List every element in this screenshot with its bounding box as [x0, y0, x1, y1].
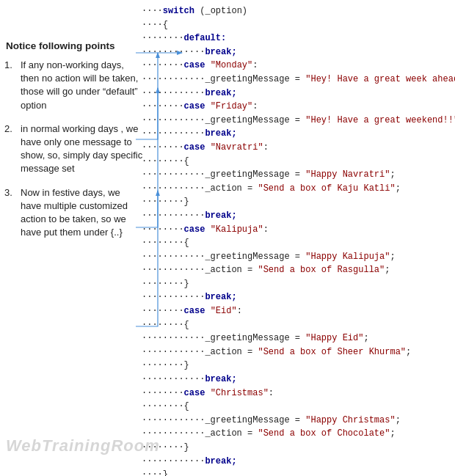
- main-container: ····switch (_option) ····{ ········defau…: [0, 0, 455, 476]
- code-line-kalipuja-open: ········{: [142, 236, 449, 250]
- code-line-eid-msg: ············_greetingMessage = "Happy Ei…: [142, 332, 449, 345]
- code-line-christmas-close: ········}: [142, 441, 449, 455]
- code-line-navratri-close: ········}: [142, 195, 449, 209]
- code-line-navratri: ········case "Navratri":: [142, 141, 449, 155]
- code-line-kalipuja: ········case "Kalipuja":: [142, 223, 449, 237]
- point-3: 3. Now in festive days, we have multiple…: [0, 186, 143, 240]
- point-1-text: If any non-working days, then no action …: [21, 59, 143, 112]
- code-line-navratri-break: ············break;: [142, 209, 449, 223]
- point-3-num: 3.: [4, 186, 21, 198]
- code-line-monday: ········case "Monday":: [142, 59, 449, 73]
- code-line-christmas-open: ········{: [142, 400, 449, 414]
- code-line-default-break: ············break;: [142, 45, 449, 59]
- code-line-eid-break: ············break;: [142, 373, 449, 387]
- code-line-navratri-msg: ············_greetingMessage = "Happy Na…: [142, 168, 449, 182]
- code-line-friday: ········case "Friday":: [142, 100, 449, 114]
- code-line-kalipuja-break: ············break;: [142, 290, 449, 304]
- code-line-switch: ····switch (_option): [142, 4, 449, 18]
- code-line-christmas: ········case "Christmas":: [142, 387, 449, 400]
- code-line-eid-open: ········{: [142, 318, 449, 332]
- code-line-default: ········default:: [142, 32, 449, 45]
- point-2-num: 2.: [4, 122, 21, 134]
- code-line-eid-action: ············_action = "Send a box of She…: [142, 345, 449, 359]
- code-line-eid-close: ········}: [142, 359, 449, 373]
- code-line-open: ····{: [142, 18, 449, 32]
- code-line-final-close: ····}: [142, 468, 449, 476]
- code-line-kalipuja-close: ········}: [142, 277, 449, 291]
- code-area: ····switch (_option) ····{ ········defau…: [136, 0, 455, 476]
- code-line-christmas-msg: ············_greetingMessage = "Happy Ch…: [142, 414, 449, 428]
- code-line-eid: ········case "Eid":: [142, 304, 449, 318]
- code-line-kalipuja-msg: ············_greetingMessage = "Happy Ka…: [142, 250, 449, 264]
- watermark: WebTrainingRoom: [6, 436, 160, 455]
- code-line-navratri-action: ············_action = "Send a box of Kaj…: [142, 182, 449, 196]
- code-line-kalipuja-action: ············_action = "Send a box of Ras…: [142, 263, 449, 277]
- notice-title: Notice following points: [6, 40, 143, 51]
- code-line-christmas-break: ············break;: [142, 455, 449, 469]
- code-line-christmas-action: ············_action = "Send a box of Cho…: [142, 427, 449, 441]
- annotation-area: Notice following points 1. If any non-wo…: [0, 40, 143, 249]
- code-line-friday-break: ············break;: [142, 127, 449, 141]
- code-line-monday-break: ············break;: [142, 87, 449, 100]
- point-1: 1. If any non-working days, then no acti…: [0, 59, 143, 112]
- point-2: 2. in normal working days , we have only…: [0, 122, 143, 176]
- point-2-text: in normal working days , we have only on…: [21, 122, 143, 176]
- point-3-text: Now in festive days, we have multiple cu…: [21, 186, 143, 240]
- code-line-monday-msg: ············_greetingMessage = "Hey! Hav…: [142, 73, 449, 87]
- point-1-num: 1.: [4, 59, 21, 70]
- code-line-navratri-open: ········{: [142, 155, 449, 169]
- code-line-friday-msg: ············_greetingMessage = "Hey! Hav…: [142, 114, 449, 128]
